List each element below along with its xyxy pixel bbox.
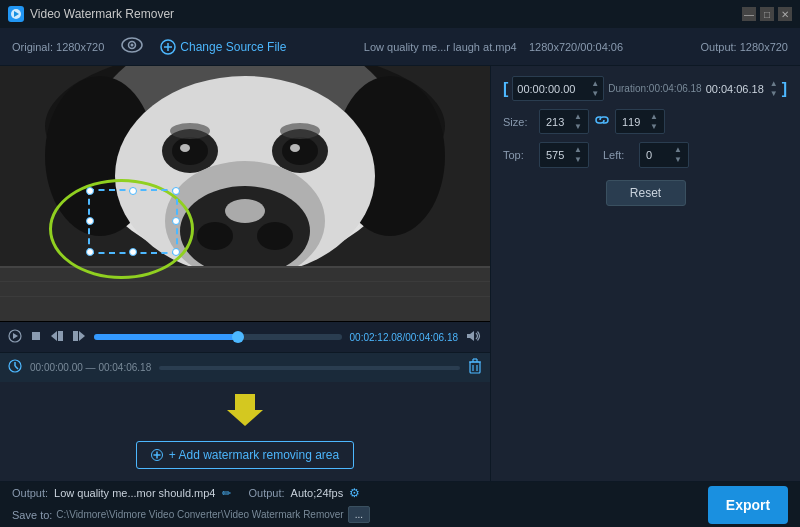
link-icon[interactable] [595, 113, 609, 130]
file-info: Low quality me...r laugh at.mp4 1280x720… [302, 41, 684, 53]
output-file-line: Output: Low quality me...mor should.mp4 … [12, 486, 700, 500]
bracket-open: [ [503, 80, 508, 98]
play-button[interactable] [8, 329, 22, 345]
right-panel: [ 00:00:00.00 ▲ ▼ Duration:00:04:06.18 0… [490, 66, 800, 481]
output-label: Output: 1280x720 [701, 41, 788, 53]
width-up[interactable]: ▲ [574, 112, 582, 122]
add-area-label: + Add watermark removing area [169, 448, 339, 462]
start-time-spinbox[interactable]: 00:00:00.00 ▲ ▼ [512, 76, 604, 101]
top-value: 575 [546, 149, 572, 161]
add-area-section: + Add watermark removing area [0, 382, 490, 481]
svg-rect-28 [0, 266, 490, 268]
width-value: 213 [546, 116, 572, 128]
delete-icon[interactable] [468, 358, 482, 377]
original-resolution: Original: 1280x720 [12, 41, 104, 53]
width-spinbox[interactable]: 213 ▲ ▼ [539, 109, 589, 134]
export-button[interactable]: Export [708, 486, 788, 524]
window-controls: — □ ✕ [742, 7, 792, 21]
save-path-line: Save to: C:\Vidmore\Vidmore Video Conver… [12, 506, 700, 523]
save-path: C:\Vidmore\Vidmore Video Converter\Video… [56, 509, 343, 520]
svg-point-25 [170, 123, 210, 139]
start-time-value: 00:00:00.00 [517, 83, 589, 95]
svg-marker-36 [79, 331, 85, 341]
svg-point-16 [172, 137, 208, 165]
edit-icon[interactable]: ✏ [222, 487, 231, 500]
gear-icon[interactable]: ⚙ [349, 486, 360, 500]
svg-point-23 [257, 222, 293, 250]
bracket-close: ] [782, 80, 787, 98]
position-row: Top: 575 ▲ ▼ Left: 0 ▲ ▼ [503, 142, 788, 167]
left-down[interactable]: ▼ [674, 155, 682, 165]
width-down[interactable]: ▼ [574, 122, 582, 132]
change-source-button[interactable]: Change Source File [160, 39, 286, 55]
start-time-up[interactable]: ▲ [591, 79, 599, 89]
left-up[interactable]: ▲ [674, 145, 682, 155]
svg-marker-49 [227, 394, 263, 426]
height-down[interactable]: ▼ [650, 122, 658, 132]
top-label: Top: [503, 149, 533, 161]
video-frame [0, 66, 490, 321]
left-value: 0 [646, 149, 672, 161]
top-up[interactable]: ▲ [574, 145, 582, 155]
svg-line-41 [15, 366, 18, 369]
bottom-bar: Output: Low quality me...mor should.mp4 … [0, 481, 800, 527]
video-area: 00:02:12.08/00:04:06.18 00:00:00.00 — 00… [0, 66, 490, 481]
left-spinbox[interactable]: 0 ▲ ▼ [639, 142, 689, 167]
output-info: Output: Low quality me...mor should.mp4 … [12, 486, 700, 523]
eye-icon[interactable] [120, 37, 144, 57]
left-label: Left: [603, 149, 633, 161]
height-value: 119 [622, 116, 648, 128]
svg-point-22 [197, 222, 233, 250]
time-display: 00:02:12.08/00:04:06.18 [350, 332, 458, 343]
down-arrow-icon [227, 394, 263, 431]
change-source-label: Change Source File [180, 40, 286, 54]
volume-icon[interactable] [466, 330, 482, 345]
output2-label: Output: [249, 487, 285, 499]
top-spinbox[interactable]: 575 ▲ ▼ [539, 142, 589, 167]
reset-button[interactable]: Reset [606, 180, 686, 206]
close-button[interactable]: ✕ [778, 7, 792, 21]
timeline-icon [8, 359, 22, 376]
top-down[interactable]: ▼ [574, 155, 582, 165]
timeline-area: 00:00:00.00 — 00:04:06.18 [0, 352, 490, 382]
svg-point-18 [180, 144, 190, 152]
size-row: Size: 213 ▲ ▼ 119 ▲ ▼ [503, 109, 788, 134]
svg-rect-35 [58, 331, 63, 341]
size-label: Size: [503, 116, 533, 128]
minimize-button[interactable]: — [742, 7, 756, 21]
app-icon [8, 6, 24, 22]
svg-point-4 [131, 43, 134, 46]
end-time-up[interactable]: ▲ [770, 79, 778, 89]
svg-marker-32 [13, 333, 18, 339]
stop-button[interactable] [30, 330, 42, 344]
height-up[interactable]: ▲ [650, 112, 658, 122]
maximize-button[interactable]: □ [760, 7, 774, 21]
duration-label: Duration:00:04:06.18 [608, 83, 701, 94]
main-toolbar: Original: 1280x720 Change Source File Lo… [0, 28, 800, 66]
svg-marker-38 [467, 331, 474, 341]
output-file-value: Low quality me...mor should.mp4 [54, 487, 215, 499]
prev-frame-button[interactable] [50, 330, 64, 344]
svg-rect-30 [0, 296, 490, 297]
progress-bar[interactable] [94, 334, 342, 340]
svg-point-24 [225, 199, 265, 223]
time-range-row: [ 00:00:00.00 ▲ ▼ Duration:00:04:06.18 0… [503, 76, 788, 101]
end-time-down[interactable]: ▼ [770, 89, 778, 99]
svg-rect-37 [73, 331, 78, 341]
svg-rect-27 [0, 266, 490, 321]
height-spinbox[interactable]: 119 ▲ ▼ [615, 109, 665, 134]
main-content: 00:02:12.08/00:04:06.18 00:00:00.00 — 00… [0, 66, 800, 481]
playback-controls: 00:02:12.08/00:04:06.18 [0, 322, 490, 352]
timeline-bar[interactable] [159, 366, 460, 370]
end-time-value: 00:04:06.18 [706, 83, 764, 95]
start-time-down[interactable]: ▼ [591, 89, 599, 99]
progress-thumb[interactable] [232, 331, 244, 343]
titlebar: Video Watermark Remover — □ ✕ [0, 0, 800, 28]
next-frame-button[interactable] [72, 330, 86, 344]
svg-rect-42 [470, 362, 480, 373]
svg-point-26 [280, 123, 320, 139]
add-watermark-area-button[interactable]: + Add watermark removing area [136, 441, 354, 469]
browse-button[interactable]: ... [348, 506, 370, 523]
timeline-range: 00:00:00.00 — 00:04:06.18 [30, 362, 151, 373]
save-label: Save to: [12, 509, 52, 521]
